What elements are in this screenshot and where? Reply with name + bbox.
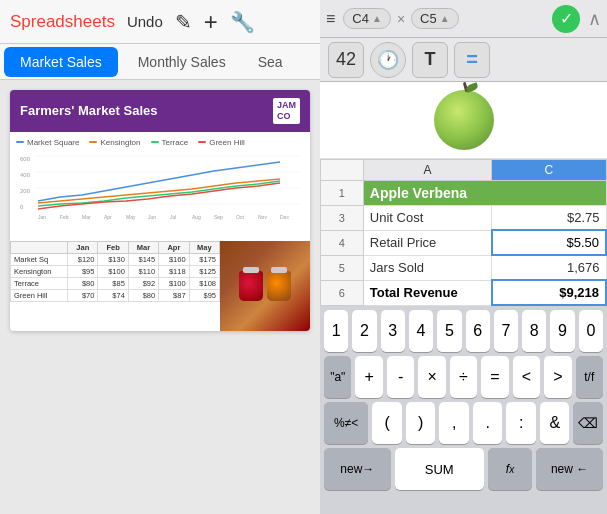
cell-total-revenue-value[interactable]: $9,218 — [492, 280, 606, 305]
keyboard-row-3: %≠< ( ) , . : & ⌫ — [324, 402, 603, 444]
key-1[interactable]: 1 — [324, 310, 348, 352]
doc-title: Farmers' Market Sales — [20, 103, 158, 118]
add-icon[interactable]: + — [204, 8, 218, 36]
svg-text:May: May — [126, 214, 136, 220]
key-minus[interactable]: - — [387, 356, 414, 398]
legend-market-square: Market Square — [16, 138, 79, 147]
doc-header: Farmers' Market Sales JAMCO — [10, 90, 310, 132]
cell-ref-2[interactable]: C5 ▲ — [411, 8, 459, 29]
keyboard-row-1: 1 2 3 4 5 6 7 8 9 0 — [324, 310, 603, 352]
key-times[interactable]: × — [418, 356, 445, 398]
equals-icon: ≡ — [326, 10, 335, 28]
jam-jars — [239, 271, 291, 301]
key-sum[interactable]: SUM — [395, 448, 484, 490]
key-delete[interactable]: ⌫ — [573, 402, 603, 444]
table-row: 6 Total Revenue $9,218 — [321, 280, 607, 305]
key-9[interactable]: 9 — [550, 310, 574, 352]
legend-kensington: Kensington — [89, 138, 140, 147]
apple-image — [434, 90, 494, 150]
multiply-symbol: × — [397, 11, 405, 27]
cell-unit-cost-label[interactable]: Unit Cost — [363, 206, 491, 231]
key-percent-ne[interactable]: %≠< — [324, 402, 368, 444]
key-plus[interactable]: + — [355, 356, 382, 398]
row-num-4: 4 — [321, 230, 364, 255]
key-ampersand[interactable]: & — [540, 402, 570, 444]
data-table: JanFebMarAprMay Market Sq$120$130$145$16… — [10, 241, 220, 302]
clock-button[interactable]: 🕐 — [370, 42, 406, 78]
svg-text:Mar: Mar — [82, 214, 91, 220]
table-row: 5 Jars Sold 1,676 — [321, 255, 607, 280]
key-divide[interactable]: ÷ — [450, 356, 477, 398]
key-period[interactable]: . — [473, 402, 503, 444]
svg-text:Sep: Sep — [214, 214, 223, 220]
lasso-icon[interactable]: ✎ — [175, 10, 192, 34]
spreadsheet: A C 1 Apple Verbena 3 Unit Cost $2.75 — [320, 82, 607, 306]
left-panel: Spreadsheets Undo ✎ + 🔧 Market Sales Mon… — [0, 0, 320, 514]
cell-jars-sold-label[interactable]: Jars Sold — [363, 255, 491, 280]
key-less[interactable]: < — [513, 356, 540, 398]
cell-apple-verbena[interactable]: Apple Verbena — [363, 181, 606, 206]
svg-text:Jun: Jun — [148, 214, 156, 220]
text-icon: T — [425, 49, 436, 70]
keyboard-row-2: "a" + - × ÷ = < > t/f — [324, 356, 603, 398]
chevron-icon[interactable]: ∧ — [588, 8, 601, 30]
line-chart: 600 400 200 0 — [16, 151, 304, 231]
keyboard-row-4: new→ SUM fx new ← — [324, 448, 603, 490]
tab-monthly-sales[interactable]: Monthly Sales — [122, 44, 242, 80]
svg-text:Jan: Jan — [38, 214, 46, 220]
key-equals[interactable]: = — [481, 356, 508, 398]
key-colon[interactable]: : — [506, 402, 536, 444]
col-header-c: C — [492, 160, 606, 181]
number-format-button[interactable]: 42 — [328, 42, 364, 78]
key-quote-a[interactable]: "a" — [324, 356, 351, 398]
key-6[interactable]: 6 — [466, 310, 490, 352]
confirm-button[interactable]: ✓ — [552, 5, 580, 33]
key-close-paren[interactable]: ) — [406, 402, 436, 444]
legend-green-hill: Green Hill — [198, 138, 245, 147]
key-3[interactable]: 3 — [381, 310, 405, 352]
cell-total-revenue-label[interactable]: Total Revenue — [363, 280, 491, 305]
key-7[interactable]: 7 — [494, 310, 518, 352]
cell-retail-price-value[interactable]: $5.50 — [492, 230, 606, 255]
svg-text:0: 0 — [20, 204, 24, 210]
clock-icon: 🕐 — [377, 49, 399, 71]
key-2[interactable]: 2 — [352, 310, 376, 352]
text-button[interactable]: T — [412, 42, 448, 78]
doc-card[interactable]: Farmers' Market Sales JAMCO Market Squar… — [10, 90, 310, 331]
key-4[interactable]: 4 — [409, 310, 433, 352]
key-new-left[interactable]: new→ — [324, 448, 391, 490]
tabs-bar: Market Sales Monthly Sales Sea — [0, 44, 320, 80]
chart-area: Market Square Kensington Terrace Green H… — [10, 132, 310, 241]
key-tf[interactable]: t/f — [576, 356, 603, 398]
svg-text:Apr: Apr — [104, 214, 112, 220]
key-open-paren[interactable]: ( — [372, 402, 402, 444]
key-fx[interactable]: fx — [488, 448, 533, 490]
chart-legend: Market Square Kensington Terrace Green H… — [16, 138, 304, 147]
tab-search[interactable]: Sea — [242, 44, 299, 80]
cell-retail-price-label[interactable]: Retail Price — [363, 230, 491, 255]
keyboard: 1 2 3 4 5 6 7 8 9 0 "a" + - × ÷ = < > t/… — [320, 306, 607, 514]
wrench-icon[interactable]: 🔧 — [230, 10, 255, 34]
key-8[interactable]: 8 — [522, 310, 546, 352]
cell-ref-1[interactable]: C4 ▲ — [343, 8, 391, 29]
key-5[interactable]: 5 — [437, 310, 461, 352]
key-new-right[interactable]: new ← — [536, 448, 603, 490]
right-panel: ≡ C4 ▲ × C5 ▲ ✓ ∧ 42 🕐 T = — [320, 0, 607, 514]
doc-logo: JAMCO — [273, 98, 300, 124]
table-row: Green Hill$70$74$80$87$95 — [11, 289, 220, 301]
cell-unit-cost-value[interactable]: $2.75 — [492, 206, 606, 231]
app-title[interactable]: Spreadsheets — [10, 12, 115, 32]
undo-button[interactable]: Undo — [127, 13, 163, 30]
col-header-a: A — [363, 160, 491, 181]
key-greater[interactable]: > — [544, 356, 571, 398]
cell-jars-sold-value[interactable]: 1,676 — [492, 255, 606, 280]
tab-market-sales[interactable]: Market Sales — [4, 47, 118, 77]
apple-image-row — [320, 82, 607, 159]
legend-terrace: Terrace — [151, 138, 189, 147]
key-0[interactable]: 0 — [579, 310, 603, 352]
equals-button[interactable]: = — [454, 42, 490, 78]
key-comma[interactable]: , — [439, 402, 469, 444]
legend-label: Green Hill — [209, 138, 245, 147]
row-num-3: 3 — [321, 206, 364, 231]
table-row: Terrace$80$85$92$100$108 — [11, 277, 220, 289]
